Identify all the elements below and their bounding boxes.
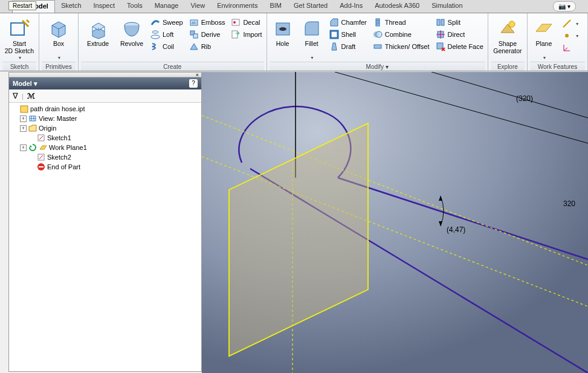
expand-icon[interactable]: + (20, 125, 27, 132)
dim-320: 320 (563, 199, 575, 208)
hole-button[interactable]: Hole (270, 17, 296, 55)
thread-button[interactable]: Thread (371, 17, 431, 28)
svg-rect-7 (193, 34, 198, 38)
group-create-title: Create (81, 62, 264, 71)
shape-generator-label: Shape Generator (493, 41, 522, 55)
panel-toolbar: ∇ | ℳ (9, 89, 201, 103)
tab-a360[interactable]: Autodesk A360 (369, 0, 425, 13)
tab-manage[interactable]: Manage (149, 0, 185, 13)
start-2d-sketch-button[interactable]: Start 2D Sketch ▼ (2, 17, 36, 60)
sweep-button[interactable]: Sweep (149, 17, 185, 28)
draft-button[interactable]: Draft (328, 41, 369, 52)
thread-icon (373, 18, 383, 27)
fillet-label: Fillet (305, 41, 318, 55)
expand-icon[interactable]: + (20, 144, 27, 151)
panel-header: Model ▾ ? (9, 77, 201, 89)
extrude-button[interactable]: Extrude (81, 17, 115, 55)
group-sketch-title: Sketch (2, 62, 36, 71)
group-modify-title[interactable]: Modify ▾ (270, 62, 485, 71)
tab-simulation[interactable]: Simulation (425, 0, 468, 13)
coil-icon (150, 42, 160, 51)
tree-sketch1[interactable]: Sketch1 (9, 133, 201, 143)
axis-icon (562, 19, 572, 28)
model-tree: path drain hose.ipt + View: Master + Ori… (9, 103, 201, 371)
dim-320-paren: (320) (516, 94, 533, 103)
chamfer-icon (329, 18, 339, 27)
direct-button[interactable]: Direct (434, 29, 485, 40)
viewport-3d[interactable]: (320) 320 (4,47) (202, 72, 588, 373)
tab-inspect[interactable]: Inspect (88, 0, 121, 13)
draft-icon (329, 42, 339, 51)
panel-grip[interactable]: × (9, 73, 201, 77)
tab-tools[interactable]: Tools (121, 0, 149, 13)
combine-button[interactable]: Combine (371, 29, 431, 40)
sketch-icon (9, 18, 30, 39)
tree-root[interactable]: path drain hose.ipt (9, 104, 201, 114)
split-button[interactable]: Split (434, 17, 485, 28)
split-icon (436, 18, 445, 27)
hole-icon (273, 18, 293, 39)
plane-label: Plane (535, 41, 552, 55)
group-modify: Hole Fillet ▼ Chamfer Shell Draft Thread… (267, 13, 488, 71)
filter-icon[interactable]: ∇ (13, 91, 18, 100)
revolve-label: Revolve (120, 41, 143, 55)
tab-add-ins[interactable]: Add-Ins (334, 0, 369, 13)
ribbon: Start 2D Sketch ▼ Sketch Box ▼ Primitive… (0, 13, 588, 71)
thicken-icon (373, 42, 383, 51)
rib-icon (189, 42, 199, 51)
extrude-label: Extrude (87, 41, 109, 55)
tree-origin[interactable]: + Origin (9, 123, 201, 133)
search-icon[interactable]: ℳ (27, 92, 35, 100)
sweep-icon (150, 18, 160, 27)
appearance-dropdown[interactable]: 📷 ▾ (553, 1, 576, 11)
svg-rect-19 (441, 19, 444, 25)
panel-title[interactable]: Model ▾ (13, 80, 37, 88)
extrude-icon (88, 18, 108, 39)
direct-icon (436, 30, 445, 39)
import-button[interactable]: Import (229, 29, 263, 40)
expand-icon[interactable]: + (20, 115, 27, 122)
decal-button[interactable]: Decal (229, 17, 263, 28)
group-work-title: Work Features (530, 62, 585, 71)
start-2d-sketch-label: Start 2D Sketch (5, 41, 34, 55)
emboss-button[interactable]: abEmboss (187, 17, 227, 28)
svg-rect-18 (437, 19, 440, 25)
box-button[interactable]: Box ▼ (42, 17, 76, 60)
coil-button[interactable]: Coil (149, 41, 185, 52)
tab-get-started[interactable]: Get Started (288, 0, 334, 13)
shape-generator-button[interactable]: Shape Generator (491, 17, 525, 55)
close-icon[interactable]: × (196, 72, 199, 78)
tab-view[interactable]: View (184, 0, 211, 13)
svg-point-22 (509, 21, 515, 27)
work-point-button[interactable]: ▼ (560, 30, 581, 41)
derive-button[interactable]: Derive (187, 29, 227, 40)
tree-workplane1[interactable]: + Work Plane1 (9, 143, 201, 152)
tree-end-of-part[interactable]: End of Part (9, 162, 201, 172)
work-ucs-button[interactable] (560, 42, 581, 53)
chamfer-button[interactable]: Chamfer (328, 17, 369, 28)
fillet-button[interactable]: Fillet ▼ (299, 17, 325, 60)
revolve-button[interactable]: Revolve (117, 17, 146, 55)
loft-button[interactable]: Loft (149, 29, 185, 40)
delete-face-button[interactable]: Delete Face (434, 41, 485, 52)
svg-point-23 (565, 34, 569, 37)
tab-environments[interactable]: Environments (211, 0, 263, 13)
plane-button[interactable]: Plane ▼ (530, 17, 558, 60)
tree-view[interactable]: + View: Master (9, 114, 201, 123)
svg-rect-17 (374, 45, 381, 48)
group-explore-title: Explore (491, 62, 525, 71)
fillet-icon (302, 18, 322, 39)
hole-label: Hole (276, 41, 289, 55)
dim-4-47: (4,47) (447, 225, 465, 234)
workplane-icon (39, 143, 47, 152)
tree-sketch2[interactable]: Sketch2 (9, 152, 201, 162)
tab-sketch[interactable]: Sketch (55, 0, 88, 13)
work-axis-button[interactable]: ▼ (560, 18, 581, 29)
rib-button[interactable]: Rib (187, 41, 227, 52)
chevron-down-icon: ▼ (18, 56, 22, 60)
shell-button[interactable]: Shell (328, 29, 369, 40)
ucs-icon (562, 43, 572, 53)
panel-help-icon[interactable]: ? (189, 79, 198, 88)
thicken-button[interactable]: Thicken/ Offset (371, 41, 431, 52)
tab-bim[interactable]: BIM (263, 0, 288, 13)
